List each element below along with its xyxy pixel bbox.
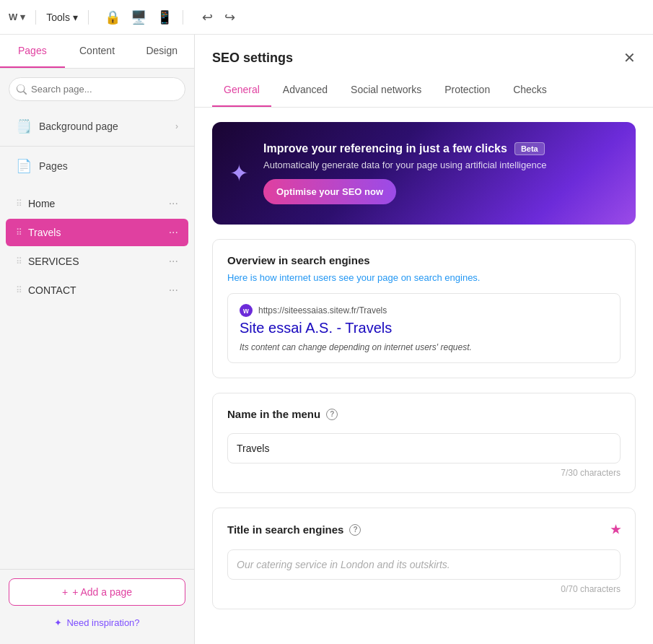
seo-tab-advanced[interactable]: Advanced <box>271 74 339 107</box>
title-search-char-count: 0/70 characters <box>227 584 621 594</box>
nav-item-home-label: Home <box>28 198 169 209</box>
nav-item-contact-label: CONTACT <box>28 284 169 296</box>
inspiration-icon: ✦ <box>54 617 62 628</box>
overview-subtitle: Here is how internet users see your page… <box>227 272 621 283</box>
ai-banner: ✦ Improve your referencing in just a few… <box>212 122 636 225</box>
topbar-icons: 🔒 🖥️ 📱 <box>105 9 172 25</box>
topbar-separator2 <box>88 10 89 25</box>
drag-handle-travels: ⠿ <box>16 227 22 238</box>
preview-url-row: w https://siteessaias.sitew.fr/Travels <box>240 304 608 317</box>
main-layout: Pages Content Design 🗒️ Background page … <box>0 35 653 644</box>
seo-panel: SEO settings ✕ General Advanced Social n… <box>195 35 653 644</box>
nav-item-travels[interactable]: ⠿ Travels ··· <box>6 219 188 246</box>
tools-menu[interactable]: Tools ▾ <box>46 12 78 23</box>
preview-note: Its content can change depending on inte… <box>240 342 608 352</box>
pages-item[interactable]: 📄 Pages <box>9 149 185 183</box>
ai-banner-description: Automatically generate data for your pag… <box>263 160 618 170</box>
seo-title: SEO settings <box>212 51 293 66</box>
logo[interactable]: W ▾ <box>9 12 25 22</box>
tab-content[interactable]: Content <box>65 35 130 68</box>
pages-section: 📄 Pages <box>0 149 194 183</box>
nav-list: ⠿ Home ··· ⠿ Travels ··· ⠿ SERVICES ··· … <box>0 183 194 311</box>
pages-label: Pages <box>39 160 68 172</box>
title-search-title: Title in search engines ? ★ <box>227 523 621 536</box>
preview-site-name: Site essai A.S. - Travels <box>240 320 608 336</box>
seo-close-button[interactable]: ✕ <box>623 49 636 66</box>
topbar-separator3 <box>183 10 183 25</box>
seo-tab-protection[interactable]: Protection <box>433 74 501 107</box>
nav-item-services[interactable]: ⠿ SERVICES ··· <box>6 248 188 275</box>
ai-sparkle-icon: ✦ <box>229 160 249 187</box>
preview-url-text: https://siteessaias.sitew.fr/Travels <box>258 305 387 316</box>
ai-banner-title: Improve your referencing in just a few c… <box>263 142 618 155</box>
menu-name-input[interactable] <box>227 433 621 464</box>
undo-icon[interactable]: ↩ <box>202 9 213 25</box>
nav-item-contact-dots[interactable]: ··· <box>169 284 178 297</box>
title-search-input[interactable] <box>227 549 621 580</box>
add-page-icon: + <box>62 586 68 598</box>
pages-icon: 📄 <box>16 158 32 174</box>
background-page-section: 🗒️ Background page › <box>0 110 194 143</box>
tab-pages[interactable]: Pages <box>0 35 65 68</box>
topbar: W ▾ Tools ▾ 🔒 🖥️ 📱 ↩ ↪ <box>0 0 653 35</box>
seo-tabs: General Advanced Social networks Protect… <box>195 74 653 108</box>
title-search-help-icon[interactable]: ? <box>349 524 361 536</box>
nav-item-home-dots[interactable]: ··· <box>169 197 178 210</box>
nav-item-travels-dots[interactable]: ··· <box>169 226 178 239</box>
lock-icon[interactable]: 🔒 <box>105 9 120 25</box>
inspiration-label: Need inspiration? <box>66 617 139 628</box>
ai-banner-title-text: Improve your referencing in just a few c… <box>263 142 507 155</box>
overview-card: Overview in search engines Here is how i… <box>212 239 636 378</box>
background-page-icon: 🗒️ <box>16 118 32 134</box>
tools-chevron: ▾ <box>73 12 78 23</box>
sidebar-search-container <box>0 69 194 110</box>
drag-handle-contact: ⠿ <box>16 285 22 295</box>
nav-item-contact[interactable]: ⠿ CONTACT ··· <box>6 277 188 304</box>
background-page-chevron: › <box>175 121 178 131</box>
nav-item-home[interactable]: ⠿ Home ··· <box>6 190 188 217</box>
ai-banner-content: Improve your referencing in just a few c… <box>263 142 618 204</box>
sidebar-divider1 <box>0 146 194 147</box>
site-w-logo: w <box>240 304 253 317</box>
sidebar: Pages Content Design 🗒️ Background page … <box>0 35 195 644</box>
title-search-card: Title in search engines ? ★ 0/70 charact… <box>212 508 636 609</box>
menu-name-title-text: Name in the menu <box>227 408 320 420</box>
add-page-label: + Add a page <box>72 586 132 598</box>
drag-handle-services: ⠿ <box>16 256 22 266</box>
logo-w: W <box>9 12 17 22</box>
inspiration-button[interactable]: ✦ Need inspiration? <box>9 610 185 635</box>
seo-header: SEO settings ✕ <box>195 35 653 66</box>
logo-chevron[interactable]: ▾ <box>20 12 25 22</box>
mobile-icon[interactable]: 📱 <box>157 9 172 25</box>
menu-name-char-count: 7/30 characters <box>227 468 621 478</box>
search-preview: w https://siteessaias.sitew.fr/Travels S… <box>227 293 621 363</box>
sidebar-bottom: + + Add a page ✦ Need inspiration? <box>0 569 194 644</box>
seo-content: ✦ Improve your referencing in just a few… <box>195 108 653 644</box>
title-search-title-text: Title in search engines <box>227 523 343 536</box>
add-page-button[interactable]: + + Add a page <box>9 578 185 606</box>
nav-item-services-label: SERVICES <box>28 256 169 267</box>
redo-icon[interactable]: ↪ <box>224 9 235 25</box>
ai-banner-badge: Beta <box>514 142 545 155</box>
topbar-separator <box>35 10 36 25</box>
drag-handle-home: ⠿ <box>16 199 22 209</box>
optimise-seo-button[interactable]: Optimise your SEO now <box>263 179 396 204</box>
tools-label: Tools <box>46 12 70 23</box>
ai-star-icon: ★ <box>610 523 621 536</box>
overview-title: Overview in search engines <box>227 254 621 266</box>
seo-tab-social[interactable]: Social networks <box>339 74 433 107</box>
topbar-actions: ↩ ↪ <box>202 9 235 25</box>
background-page-label: Background page <box>39 121 118 132</box>
nav-item-services-dots[interactable]: ··· <box>169 255 178 268</box>
menu-name-card: Name in the menu ? 7/30 characters <box>212 393 636 493</box>
search-input[interactable] <box>9 77 185 101</box>
tab-design[interactable]: Design <box>129 35 194 68</box>
seo-tab-checks[interactable]: Checks <box>501 74 558 107</box>
nav-item-travels-label: Travels <box>28 227 169 238</box>
seo-tab-general[interactable]: General <box>212 74 271 107</box>
menu-name-help-icon[interactable]: ? <box>326 409 338 420</box>
desktop-icon[interactable]: 🖥️ <box>131 9 146 25</box>
background-page-item[interactable]: 🗒️ Background page › <box>9 110 185 143</box>
menu-name-title: Name in the menu ? <box>227 408 621 420</box>
sidebar-tabs: Pages Content Design <box>0 35 194 69</box>
